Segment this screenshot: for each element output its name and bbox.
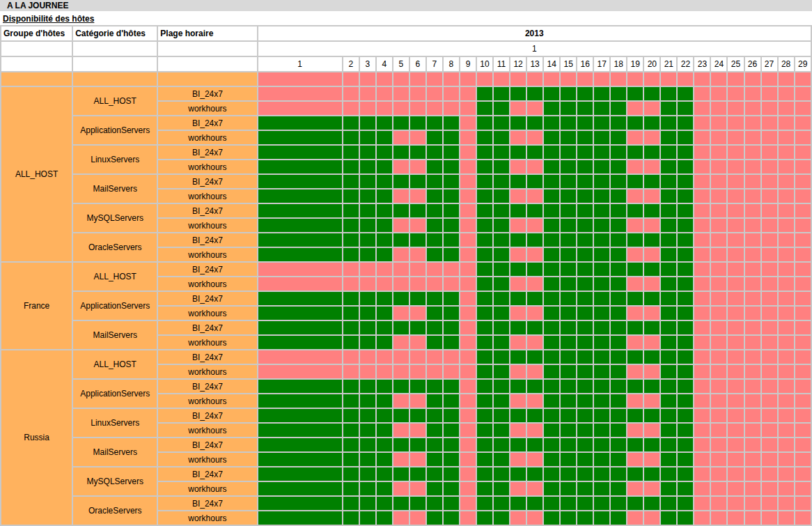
- availability-cell: [677, 379, 694, 394]
- availability-cell: [643, 291, 660, 306]
- availability-cell: [593, 511, 610, 525]
- availability-cell: [359, 306, 376, 320]
- availability-cell: [409, 291, 426, 306]
- availability-cell: [643, 320, 660, 335]
- availability-cell: [660, 174, 677, 189]
- availability-cell: [593, 86, 610, 101]
- availability-cell: [343, 379, 359, 394]
- availability-cell: [258, 408, 343, 423]
- availability-cell: [493, 86, 510, 101]
- availability-cell: [778, 423, 795, 438]
- availability-cell: [560, 233, 577, 247]
- day-header: 22: [677, 56, 694, 72]
- availability-cell: [258, 262, 343, 277]
- availability-cell: [409, 496, 426, 511]
- availability-cell: [727, 394, 744, 408]
- availability-cell: [778, 86, 795, 101]
- report-link[interactable]: Disponibilité des hôtes: [3, 14, 94, 24]
- availability-cell: [258, 481, 343, 496]
- availability-cell: [660, 101, 677, 116]
- availability-cell: [761, 247, 778, 262]
- availability-cell: [426, 320, 443, 335]
- availability-cell: [510, 394, 526, 408]
- availability-cell: [460, 496, 476, 511]
- availability-cell: [727, 496, 744, 511]
- availability-cell: [727, 116, 744, 130]
- availability-cell: [258, 291, 343, 306]
- availability-cell: [778, 364, 795, 379]
- availability-cell: [778, 72, 795, 86]
- day-header: 14: [543, 56, 560, 72]
- availability-cell: [694, 467, 710, 481]
- availability-cell: [778, 467, 795, 481]
- availability-cell: [577, 438, 593, 452]
- availability-cell: [343, 233, 359, 247]
- availability-cell: [660, 467, 677, 481]
- availability-cell: [460, 189, 476, 203]
- availability-cell: [710, 511, 727, 525]
- availability-cell: [610, 496, 627, 511]
- availability-cell: [627, 335, 643, 350]
- availability-cell: [643, 218, 660, 233]
- availability-cell: [761, 350, 778, 364]
- availability-cell: [643, 203, 660, 218]
- availability-cell: [744, 511, 761, 525]
- availability-cell: [426, 116, 443, 130]
- availability-cell: [727, 86, 744, 101]
- availability-cell: [660, 438, 677, 452]
- availability-cell: [343, 364, 359, 379]
- availability-cell: [593, 496, 610, 511]
- availability-cell: [258, 174, 343, 189]
- availability-cell: [761, 145, 778, 160]
- availability-cell: [744, 379, 761, 394]
- day-header: 3: [359, 56, 376, 72]
- availability-cell: [694, 496, 710, 511]
- page-title: A LA JOURNEE: [0, 0, 812, 13]
- timeperiod-cell: workhours: [157, 511, 257, 525]
- availability-cell: [577, 218, 593, 233]
- availability-cell: [460, 408, 476, 423]
- availability-cell: [694, 130, 710, 145]
- availability-cell: [376, 160, 393, 174]
- availability-cell: [593, 306, 610, 320]
- availability-cell: [258, 350, 343, 364]
- availability-cell: [677, 364, 694, 379]
- availability-cell: [443, 496, 460, 511]
- availability-cell: [677, 511, 694, 525]
- availability-cell: [476, 394, 493, 408]
- availability-cell: [593, 101, 610, 116]
- availability-cell: [677, 72, 694, 86]
- availability-cell: [426, 160, 443, 174]
- availability-cell: [359, 438, 376, 452]
- availability-cell: [710, 350, 727, 364]
- availability-cell: [660, 335, 677, 350]
- availability-cell: [643, 277, 660, 291]
- availability-cell: [710, 379, 727, 394]
- empty-header-cell: [72, 41, 157, 56]
- availability-cell: [393, 467, 409, 481]
- availability-cell: [359, 174, 376, 189]
- availability-cell: [343, 116, 359, 130]
- availability-cell: [778, 452, 795, 467]
- availability-cell: [258, 364, 343, 379]
- day-header: 8: [443, 56, 460, 72]
- availability-cell: [694, 438, 710, 452]
- availability-cell: [795, 247, 811, 262]
- availability-cell: [643, 116, 660, 130]
- availability-cell: [376, 452, 393, 467]
- availability-cell: [258, 72, 343, 86]
- availability-cell: [510, 452, 526, 467]
- availability-cell: [409, 174, 426, 189]
- availability-cell: [627, 364, 643, 379]
- availability-cell: [660, 379, 677, 394]
- availability-cell: [376, 364, 393, 379]
- timeperiod-cell: BI_24x7: [157, 233, 257, 247]
- availability-cell: [643, 72, 660, 86]
- availability-cell: [577, 233, 593, 247]
- availability-cell: [258, 247, 343, 262]
- availability-cell: [778, 306, 795, 320]
- availability-cell: [443, 438, 460, 452]
- availability-cell: [677, 306, 694, 320]
- availability-cell: [627, 130, 643, 145]
- availability-cell: [577, 467, 593, 481]
